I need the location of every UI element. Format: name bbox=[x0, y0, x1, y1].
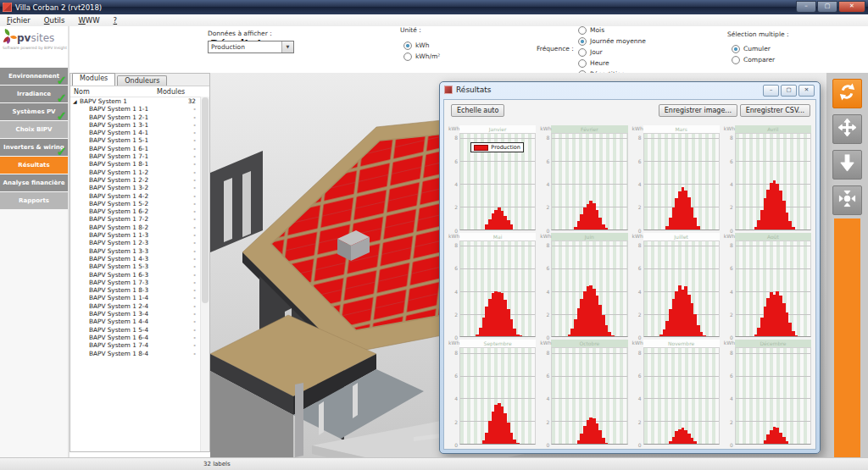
tree-item-name: BAPV System 1 7-2 bbox=[70, 215, 160, 223]
tree-scrollbar[interactable] bbox=[200, 97, 209, 451]
tree-row[interactable]: BAPV System 1 8-1- bbox=[70, 160, 209, 168]
tree-row[interactable]: BAPV System 1 5-2- bbox=[70, 200, 209, 207]
menu-item-www[interactable]: WWW bbox=[71, 16, 106, 25]
close-button[interactable]: ✕ bbox=[838, 1, 865, 13]
pan-button[interactable] bbox=[832, 114, 862, 144]
tree-row[interactable]: BAPV System 1 5-4- bbox=[70, 326, 209, 334]
tree-row[interactable]: BAPV System 1 6-4- bbox=[70, 334, 209, 341]
rotate-button[interactable] bbox=[832, 79, 862, 108]
results-close-button[interactable]: ✕ bbox=[798, 85, 815, 97]
chart-juillet: kWh86420Juillet bbox=[632, 233, 720, 338]
tree-row[interactable]: BAPV System 1 2-1- bbox=[70, 113, 209, 121]
tree-row[interactable]: BAPV System 1 6-2- bbox=[70, 207, 209, 215]
maximize-button[interactable]: ▢ bbox=[817, 1, 837, 13]
tree-row[interactable]: BAPV System 1 3-3- bbox=[70, 247, 209, 255]
radio-icon[interactable] bbox=[578, 37, 587, 46]
column-modules[interactable]: Modules bbox=[157, 88, 209, 96]
tree-row[interactable]: BAPV System 1 1-4- bbox=[70, 294, 209, 301]
tree-row[interactable]: BAPV System 1 6-1- bbox=[70, 145, 209, 152]
tree-row-root[interactable]: ◢BAPV System 132 bbox=[70, 97, 209, 105]
radio-icon[interactable] bbox=[578, 59, 587, 68]
multi-select-option[interactable]: Comparer bbox=[732, 54, 775, 65]
results-window-titlebar[interactable]: Résultats – ▢ ✕ bbox=[440, 82, 820, 97]
frequency-option[interactable]: Jour bbox=[578, 47, 646, 58]
unit-option[interactable]: kWh/m² bbox=[403, 51, 440, 62]
tree-row[interactable]: BAPV System 1 4-1- bbox=[70, 129, 209, 136]
y-axis: kWh86420 bbox=[632, 233, 643, 338]
tree-row[interactable]: BAPV System 1 1-3- bbox=[70, 231, 209, 239]
tree-row[interactable]: BAPV System 1 1-2- bbox=[70, 169, 209, 176]
save-csv-button[interactable]: Enregistrer CSV... bbox=[740, 104, 810, 117]
minimize-button[interactable]: – bbox=[796, 1, 816, 13]
tree-row[interactable]: BAPV System 1 2-4- bbox=[70, 302, 209, 310]
tree-row[interactable]: BAPV System 1 3-2- bbox=[70, 184, 209, 191]
tree-row[interactable]: BAPV System 1 2-3- bbox=[70, 239, 209, 246]
sidebar-item-irradiance[interactable]: Irradiance✓ bbox=[0, 86, 68, 102]
radio-icon[interactable] bbox=[578, 48, 587, 57]
tree-item-name: BAPV System 1 8-1 bbox=[70, 160, 160, 168]
tree-item-name: BAPV System 1 4-2 bbox=[70, 192, 160, 200]
tree-row[interactable]: BAPV System 1 8-2- bbox=[70, 224, 209, 231]
logo: pvsites Software powered by BIPV Insight bbox=[0, 26, 68, 67]
title-bar[interactable]: Villa Corban 2 (rvt2018) – ▢ ✕ bbox=[0, 0, 868, 14]
multi-select-option[interactable]: Cumuler bbox=[732, 43, 775, 54]
sidebar-nav: Environnement✓Irradiance✓Systèmes PV✓Cho… bbox=[0, 68, 68, 209]
menu-item-fichier[interactable]: Fichier bbox=[0, 16, 37, 25]
plot-wrap: Août bbox=[735, 233, 811, 338]
expander-icon[interactable]: ◢ bbox=[73, 97, 77, 105]
radio-icon[interactable] bbox=[578, 26, 587, 35]
tree-row[interactable]: BAPV System 1 3-1- bbox=[70, 121, 209, 129]
tree-row[interactable]: BAPV System 1 4-2- bbox=[70, 192, 209, 200]
sidebar-item-r-sultats[interactable]: Résultats bbox=[0, 157, 68, 174]
sidebar-item-syst-mes-pv[interactable]: Systèmes PV✓ bbox=[0, 103, 68, 120]
tree-scrollbar-thumb[interactable] bbox=[202, 97, 209, 303]
tree-row[interactable]: BAPV System 1 7-4- bbox=[70, 341, 209, 349]
data-select-value: Production bbox=[211, 43, 245, 51]
unit-option[interactable]: kWh bbox=[403, 40, 440, 51]
tree-row[interactable]: BAPV System 1 4-3- bbox=[70, 255, 209, 263]
sidebar-item-analyse-financi-re[interactable]: Analyse financière bbox=[0, 174, 68, 191]
sidebar-item-choix-bipv[interactable]: Choix BIPV bbox=[0, 121, 68, 138]
radio-icon[interactable] bbox=[732, 45, 740, 53]
tree-row[interactable]: BAPV System 1 4-4- bbox=[70, 318, 209, 325]
auto-scale-button[interactable]: Echelle auto bbox=[451, 104, 504, 117]
tab-modules[interactable]: Modules bbox=[72, 73, 115, 86]
sidebar-item-inverters-wiring[interactable]: Inverters & wiring✓ bbox=[0, 139, 68, 156]
tree-item-name: BAPV System 1 1-3 bbox=[70, 231, 160, 239]
tree-row[interactable]: BAPV System 1 3-4- bbox=[70, 310, 209, 318]
radio-icon[interactable] bbox=[403, 53, 412, 61]
results-minimize-button[interactable]: – bbox=[763, 85, 779, 97]
plot-area bbox=[735, 347, 811, 445]
results-maximize-button[interactable]: ▢ bbox=[781, 85, 797, 97]
tree-row[interactable]: BAPV System 1 6-3- bbox=[70, 271, 209, 279]
sidebar-item-environnement[interactable]: Environnement✓ bbox=[0, 68, 68, 85]
chevron-down-icon[interactable]: ▼ bbox=[281, 41, 293, 53]
tree-row[interactable]: BAPV System 1 7-1- bbox=[70, 152, 209, 160]
results-window[interactable]: Résultats – ▢ ✕ Echelle auto Enregistrer… bbox=[439, 81, 821, 454]
tree-row[interactable]: BAPV System 1 5-3- bbox=[70, 263, 209, 270]
tree-row[interactable]: BAPV System 1 1-1- bbox=[70, 105, 209, 113]
focus-button[interactable] bbox=[832, 185, 862, 215]
radio-icon[interactable] bbox=[732, 56, 740, 64]
save-image-button[interactable]: Enregistrer image... bbox=[659, 104, 737, 117]
y-tick-label: 4 bbox=[546, 395, 549, 401]
column-nom[interactable]: Nom bbox=[70, 88, 157, 96]
frequency-option[interactable]: Heure bbox=[578, 58, 646, 69]
orange-slider[interactable] bbox=[834, 218, 860, 457]
frequency-option[interactable]: Mois bbox=[578, 25, 646, 36]
tree-row[interactable]: BAPV System 1 8-4- bbox=[70, 350, 209, 357]
sidebar-item-rapports[interactable]: Rapports bbox=[0, 192, 68, 209]
arrow-down-button[interactable] bbox=[832, 150, 862, 180]
tree-row[interactable]: BAPV System 1 2-2- bbox=[70, 176, 209, 184]
tree-row[interactable]: BAPV System 1 7-2- bbox=[70, 215, 209, 223]
tab-onduleurs[interactable]: Onduleurs bbox=[117, 75, 167, 86]
menu-item-outils[interactable]: Outils bbox=[37, 16, 72, 25]
data-select[interactable]: Production ▼ bbox=[208, 41, 294, 53]
tree-row[interactable]: BAPV System 1 8-3- bbox=[70, 286, 209, 294]
radio-icon[interactable] bbox=[403, 41, 412, 50]
bars bbox=[644, 348, 719, 444]
menu-item-?[interactable]: ? bbox=[107, 16, 125, 25]
tree-row[interactable]: BAPV System 1 5-1- bbox=[70, 136, 209, 144]
frequency-option[interactable]: Journée moyenne bbox=[578, 36, 646, 47]
tree-row[interactable]: BAPV System 1 7-3- bbox=[70, 279, 209, 286]
